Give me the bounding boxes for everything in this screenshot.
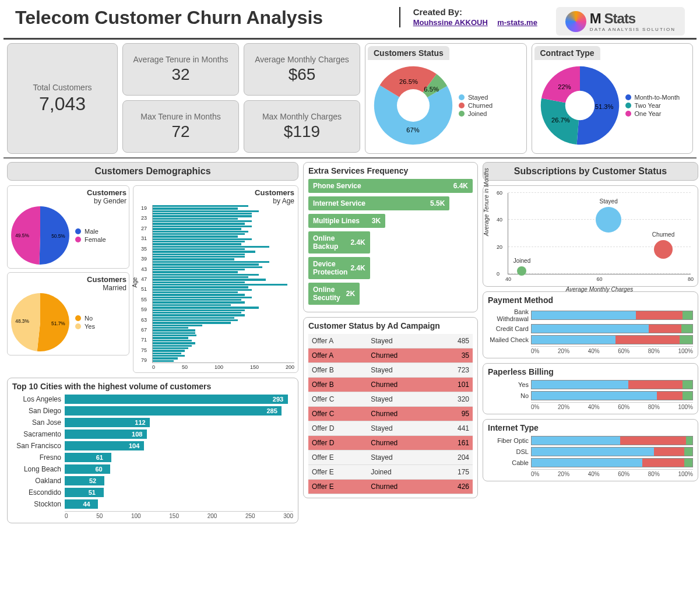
scatter-point xyxy=(654,240,673,259)
age-histogram-card: Customersby Age Age 19232731353943475155… xyxy=(133,185,298,373)
city-bar-row: San Jose 112 xyxy=(12,418,293,427)
legend-item: Joined xyxy=(459,110,493,117)
stack-row: No xyxy=(488,391,693,400)
legend-item: Stayed xyxy=(459,94,493,101)
created-by-label: Created By: xyxy=(413,7,544,17)
svg-text:6.5%: 6.5% xyxy=(424,86,439,93)
ad-row: Offer DStayed441 xyxy=(308,421,473,436)
page-title: Telecom Customer Churn Analysis xyxy=(15,7,399,29)
svg-text:48.3%: 48.3% xyxy=(15,318,29,324)
svg-point-3 xyxy=(397,89,430,122)
kpi-max-tenure: Max Tenure in Months72 xyxy=(122,100,239,153)
kpi-max-charges: Max Monthly Charges$119 xyxy=(244,100,360,153)
stack-row: Mailed Check xyxy=(488,335,693,344)
legend-item: Yes xyxy=(75,323,95,330)
kpi-avg-charges: Average Monthly Charges$65 xyxy=(244,43,360,96)
ad-campaign-panel: Customer Status by Ad Campaign Offer ASt… xyxy=(303,317,478,498)
logo-tagline: DATA ANALYSIS SOLUTION xyxy=(590,27,676,32)
city-bar-row: San Diego 285 xyxy=(12,406,293,416)
paperless-panel: Paperless Billing Yes No 0%20%40%60%80%1… xyxy=(483,363,698,414)
site-link[interactable]: m-stats.me xyxy=(497,18,537,27)
kpi-avg-tenure: Average Tenure in Months32 xyxy=(122,43,239,96)
kpi-row: Total Customers 7,043 Average Tenure in … xyxy=(3,43,697,159)
city-bar-row: Escondido 51 xyxy=(12,488,293,497)
service-bar: Online Secutity2K xyxy=(308,283,473,305)
col-left: Customers Demographics Customersby Gende… xyxy=(7,162,298,523)
ad-row: Offer EStayed204 xyxy=(308,450,473,465)
status-donut-card: Customers Status 67%26.5%6.5% StayedChur… xyxy=(365,43,527,154)
age-histogram: 19232731353943475155596367717579 xyxy=(152,205,294,362)
svg-text:51.3%: 51.3% xyxy=(595,103,613,110)
service-bar: Online Backup2.4K xyxy=(308,231,473,254)
city-bar-row: San Francisco 104 xyxy=(12,441,293,450)
payment-panel: Payment Method Bank Withdrawal Credit Ca… xyxy=(483,291,698,358)
ad-row: Offer AStayed485 xyxy=(308,334,473,348)
brand-logo: M M StatsStats DATA ANALYSIS SOLUTION xyxy=(556,7,685,36)
cities-axis: 050100150200250300 xyxy=(65,511,293,519)
cities-panel: Top 10 Cities with the highest volume of… xyxy=(7,378,298,523)
svg-text:26.5%: 26.5% xyxy=(399,78,418,85)
col-mid: Extra Services Frequency Phone Service6.… xyxy=(303,162,478,523)
scatter-point xyxy=(517,266,526,276)
service-bar: Device Protection2.4K xyxy=(308,257,473,279)
main-grid: Customers Demographics Customersby Gende… xyxy=(3,162,697,523)
legend-item: Churned xyxy=(459,102,493,109)
logo-icon xyxy=(565,11,586,32)
dashboard: Telecom Customer Churn Analysis Created … xyxy=(0,0,700,527)
city-bar-row: Los Angeles 293 xyxy=(12,395,293,404)
legend-item: One Year xyxy=(625,110,680,117)
svg-text:51.7%: 51.7% xyxy=(51,321,65,326)
svg-text:67%: 67% xyxy=(406,126,419,133)
subs-header: Subscriptions by Customer Status xyxy=(483,162,698,181)
contract-donut-chart: 51.3%26.7%22% xyxy=(539,65,621,146)
ad-row: Offer DChurned161 xyxy=(308,436,473,450)
subs-scatter: Average Tenure in Months Average Monthly… xyxy=(508,193,691,274)
cities-title: Top 10 Cities with the highest volume of… xyxy=(12,382,293,391)
stack-row: Bank Withdrawal xyxy=(488,308,693,322)
service-bar: Multiple Lines3K xyxy=(308,214,473,228)
ad-title: Customer Status by Ad Campaign xyxy=(308,321,473,330)
status-donut-title: Customers Status xyxy=(368,46,449,60)
age-x-axis: 050100150200 xyxy=(152,362,294,370)
svg-text:22%: 22% xyxy=(558,83,571,90)
svg-text:50.5%: 50.5% xyxy=(51,233,65,239)
services-panel: Extra Services Frequency Phone Service6.… xyxy=(303,162,478,312)
married-pie-chart: 51.7%48.3% xyxy=(10,292,71,353)
city-bar-row: Sacramento 108 xyxy=(12,430,293,439)
author-link[interactable]: Mouhssine AKKOUH xyxy=(413,18,488,27)
services-title: Extra Services Frequency xyxy=(308,166,473,175)
cities-bars: Los Angeles 293 San Diego 285 San Jose 1… xyxy=(12,395,293,509)
city-bar-row: Fresno 61 xyxy=(12,453,293,462)
col-right: Subscriptions by Customer Status Average… xyxy=(483,162,698,523)
stack-row: DSL xyxy=(488,447,693,456)
ad-row: Offer AChurned35 xyxy=(308,348,473,363)
gender-pie-card: Customersby Gender 50.5%49.5% MaleFemale xyxy=(7,185,129,269)
created-by: Created By: Mouhssine AKKOUH m-stats.me xyxy=(399,7,544,27)
married-pie-card: CustomersMarried 51.7%48.3% NoYes xyxy=(7,272,129,355)
svg-text:26.7%: 26.7% xyxy=(551,117,569,124)
ad-row: Offer CChurned95 xyxy=(308,407,473,421)
city-bar-row: Stockton 44 xyxy=(12,499,293,509)
stack-row: Credit Card xyxy=(488,324,693,333)
contract-donut-title: Contract Type xyxy=(534,46,600,60)
legend-item: Male xyxy=(75,228,106,235)
status-donut-chart: 67%26.5%6.5% xyxy=(372,65,454,146)
contract-donut-card: Contract Type 51.3%26.7%22% Month-to-Mon… xyxy=(532,43,694,154)
internet-panel: Internet Type Fiber Optic DSL Cable 0%20… xyxy=(483,419,698,481)
ad-table: Offer AStayed485Offer AChurned35Offer BS… xyxy=(308,334,473,494)
kpi-total-customers: Total Customers 7,043 xyxy=(7,43,118,154)
contract-donut-legend: Month-to-MonthTwo YearOne Year xyxy=(625,93,680,118)
scatter-point xyxy=(596,207,621,233)
ad-row: Offer BStayed723 xyxy=(308,363,473,378)
svg-text:49.5%: 49.5% xyxy=(15,233,29,238)
subs-scatter-panel: Average Tenure in Months Average Monthly… xyxy=(483,185,698,287)
ad-row: Offer EChurned426 xyxy=(308,480,473,494)
legend-item: No xyxy=(75,315,95,322)
service-bar: Phone Service6.4K xyxy=(308,179,473,193)
legend-item: Female xyxy=(75,236,106,243)
stack-row: Fiber Optic xyxy=(488,436,693,445)
ad-row: Offer BChurned101 xyxy=(308,378,473,392)
stack-row: Yes xyxy=(488,380,693,389)
header: Telecom Customer Churn Analysis Created … xyxy=(3,3,697,40)
city-bar-row: Long Beach 60 xyxy=(12,464,293,474)
